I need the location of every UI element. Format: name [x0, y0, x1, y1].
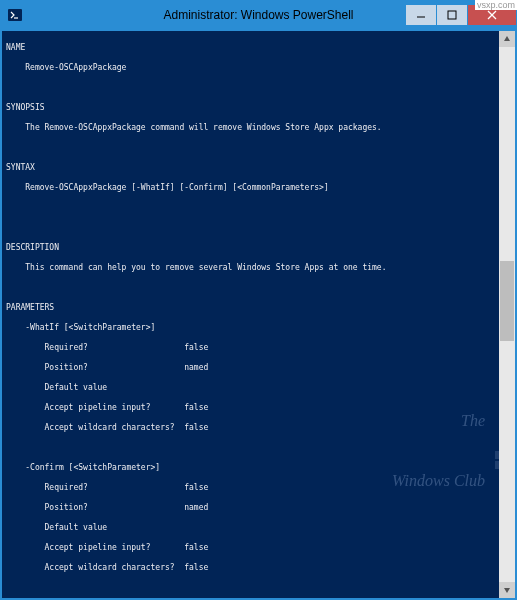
blank [6, 203, 511, 213]
param-row: Accept pipeline input? false [6, 543, 511, 553]
svg-rect-3 [448, 11, 456, 19]
param-row: Accept wildcard characters? false [6, 423, 511, 433]
param-row: Default value [6, 523, 511, 533]
svg-marker-11 [504, 588, 510, 593]
scroll-track[interactable] [499, 47, 515, 582]
source-url-overlay: vsxp.com [475, 0, 517, 10]
param-row: Accept wildcard characters? false [6, 563, 511, 573]
help-syntax-heading: SYNTAX [6, 163, 511, 173]
vertical-scrollbar[interactable] [499, 31, 515, 598]
blank [6, 443, 511, 453]
svg-marker-10 [504, 36, 510, 41]
minimize-button[interactable] [406, 5, 436, 25]
help-name-heading: NAME [6, 43, 511, 53]
powershell-icon [7, 7, 23, 23]
blank [6, 143, 511, 153]
help-synopsis-heading: SYNOPSIS [6, 103, 511, 113]
console-output[interactable]: NAME Remove-OSCAppxPackage SYNOPSIS The … [1, 29, 516, 599]
scroll-thumb[interactable] [500, 261, 514, 341]
blank [6, 283, 511, 293]
powershell-window: Administrator: Windows PowerShell NAME R… [0, 0, 517, 600]
param-row: Required? false [6, 483, 511, 493]
param-row: Position? named [6, 503, 511, 513]
scroll-up-button[interactable] [499, 31, 515, 47]
help-parameters-heading: PARAMETERS [6, 303, 511, 313]
titlebar[interactable]: Administrator: Windows PowerShell [1, 1, 516, 29]
window-title: Administrator: Windows PowerShell [163, 8, 353, 22]
param-confirm: -Confirm [<SwitchParameter>] [6, 463, 511, 473]
help-description-value: This command can help you to remove seve… [6, 263, 511, 273]
param-row: Default value [6, 383, 511, 393]
param-row: Required? false [6, 343, 511, 353]
param-row: Position? named [6, 363, 511, 373]
maximize-button[interactable] [437, 5, 467, 25]
param-whatif: -WhatIf [<SwitchParameter>] [6, 323, 511, 333]
help-synopsis-value: The Remove-OSCAppxPackage command will r… [6, 123, 511, 133]
help-syntax-value: Remove-OSCAppxPackage [-WhatIf] [-Confir… [6, 183, 511, 193]
blank [6, 83, 511, 93]
param-row: Accept pipeline input? false [6, 403, 511, 413]
help-name-value: Remove-OSCAppxPackage [6, 63, 511, 73]
scroll-down-button[interactable] [499, 582, 515, 598]
help-description-heading: DESCRIPTION [6, 243, 511, 253]
blank [6, 223, 511, 233]
svg-rect-0 [8, 9, 22, 21]
blank [6, 583, 511, 593]
